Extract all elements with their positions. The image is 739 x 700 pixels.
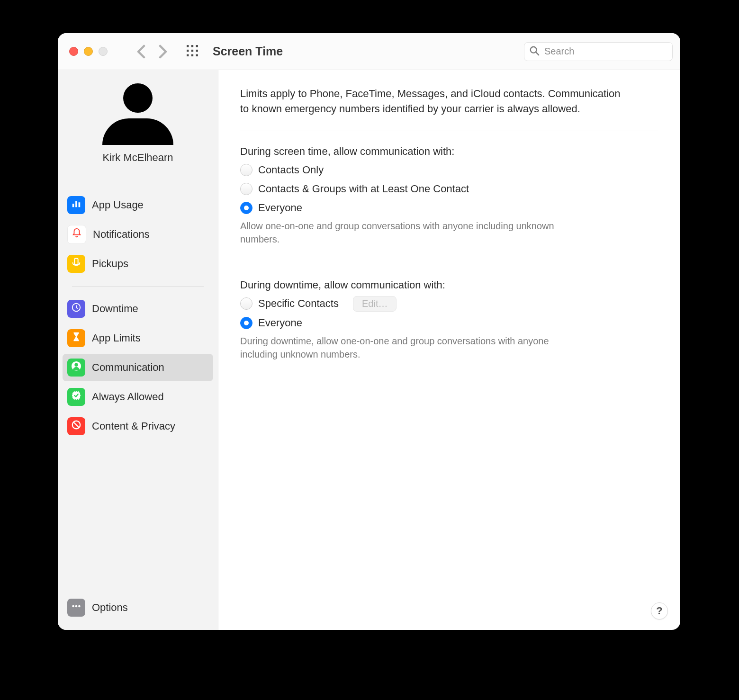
- dots-icon: [71, 601, 81, 614]
- radio-button[interactable]: [240, 297, 252, 310]
- window-controls: [69, 47, 108, 56]
- sidebar-item-label: Downtime: [92, 303, 138, 315]
- back-button[interactable]: [137, 45, 145, 59]
- edit-contacts-button[interactable]: Edit…: [353, 296, 397, 312]
- sidebar-item-label: Notifications: [93, 228, 150, 241]
- search-input[interactable]: [543, 45, 667, 57]
- svg-rect-0: [187, 45, 189, 47]
- svg-rect-8: [196, 54, 198, 56]
- radio-label: Contacts Only: [258, 164, 324, 176]
- section2-title: During downtime, allow communication wit…: [240, 279, 658, 291]
- ban-icon: [71, 420, 81, 433]
- person-icon: [71, 361, 81, 374]
- svg-line-10: [536, 52, 539, 55]
- radio-button[interactable]: [240, 164, 252, 176]
- intro-text: Limits apply to Phone, FaceTime, Message…: [240, 86, 629, 117]
- content-area: Limits apply to Phone, FaceTime, Message…: [218, 70, 680, 630]
- sidebar-item-app-usage[interactable]: App Usage: [63, 191, 213, 219]
- sidebar-item-content-privacy[interactable]: Content & Privacy: [63, 413, 213, 440]
- radio-option[interactable]: Contacts & Groups with at Least One Cont…: [240, 181, 658, 197]
- svg-point-21: [75, 605, 78, 608]
- radio-option[interactable]: Specific ContactsEdit…: [240, 296, 658, 312]
- sidebar-item-always-allowed[interactable]: Always Allowed: [63, 383, 213, 411]
- sidebar-item-pickups[interactable]: Pickups: [63, 250, 213, 278]
- profile: Kirk McElhearn: [58, 83, 218, 164]
- svg-line-19: [74, 422, 79, 428]
- pickups-icon: [71, 257, 81, 270]
- radio-button[interactable]: [240, 183, 252, 195]
- section2-help: During downtime, allow one-on-one and gr…: [240, 334, 581, 361]
- svg-rect-11: [72, 204, 74, 207]
- radio-option[interactable]: Contacts Only: [240, 162, 658, 178]
- help-button[interactable]: ?: [651, 602, 668, 619]
- sidebar-item-app-limits[interactable]: App Limits: [63, 324, 213, 352]
- svg-point-17: [74, 363, 78, 367]
- sidebar-item-label: Always Allowed: [92, 391, 164, 403]
- sidebar-item-notifications[interactable]: Notifications: [63, 221, 213, 248]
- sidebar: Kirk McElhearn App UsageNotificationsPic…: [58, 70, 218, 630]
- sidebar-item-downtime[interactable]: Downtime: [63, 295, 213, 323]
- sidebar-item-label: Content & Privacy: [92, 420, 175, 432]
- svg-point-22: [78, 605, 81, 608]
- page-title: Screen Time: [213, 45, 283, 58]
- section1-help: Allow one-on-one and group conversations…: [240, 219, 581, 246]
- preferences-window: Screen Time Kirk McElhearn App UsageNoti…: [58, 33, 680, 630]
- sidebar-item-label: App Usage: [92, 199, 144, 211]
- profile-name: Kirk McElhearn: [102, 152, 173, 164]
- radio-label: Specific Contacts: [258, 297, 339, 310]
- titlebar: Screen Time: [58, 33, 680, 70]
- sidebar-item-label: Options: [92, 601, 128, 614]
- section1-radio-group: Contacts OnlyContacts & Groups with at L…: [240, 162, 658, 215]
- divider: [240, 131, 658, 131]
- radio-label: Everyone: [258, 317, 302, 329]
- svg-rect-7: [191, 54, 193, 56]
- sidebar-footer: Options: [58, 594, 218, 621]
- sidebar-item-label: App Limits: [92, 332, 141, 344]
- sidebar-divider: [72, 286, 204, 287]
- section2-radio-group: Specific ContactsEdit…Everyone: [240, 296, 658, 331]
- radio-label: Contacts & Groups with at Least One Cont…: [258, 183, 469, 195]
- minimize-window-button[interactable]: [84, 47, 93, 56]
- sidebar-item-label: Communication: [92, 361, 164, 374]
- sidebar-item-label: Pickups: [92, 258, 128, 270]
- radio-option[interactable]: Everyone: [240, 200, 658, 215]
- hourglass-icon: [71, 332, 81, 345]
- svg-rect-5: [196, 49, 198, 51]
- svg-rect-13: [79, 202, 81, 207]
- bell-icon: [72, 228, 82, 241]
- sidebar-nav: App UsageNotificationsPickupsDowntimeApp…: [58, 191, 218, 440]
- clock-icon: [71, 302, 81, 315]
- svg-rect-3: [187, 49, 189, 51]
- avatar-icon: [102, 83, 173, 145]
- svg-rect-14: [74, 259, 78, 265]
- svg-rect-4: [191, 49, 193, 51]
- svg-point-20: [72, 605, 74, 608]
- section1-title: During screen time, allow communication …: [240, 145, 658, 158]
- forward-button[interactable]: [159, 45, 167, 59]
- check-icon: [71, 390, 81, 404]
- radio-label: Everyone: [258, 202, 302, 214]
- search-field-container: [524, 42, 673, 61]
- svg-rect-1: [191, 45, 193, 47]
- sidebar-item-options[interactable]: Options: [63, 594, 213, 621]
- radio-button[interactable]: [240, 202, 252, 214]
- svg-rect-2: [196, 45, 198, 47]
- close-window-button[interactable]: [69, 47, 78, 56]
- radio-option[interactable]: Everyone: [240, 315, 658, 331]
- bar-icon: [71, 198, 81, 212]
- show-all-button[interactable]: [186, 45, 198, 59]
- svg-rect-12: [75, 201, 77, 207]
- nav-arrows: [137, 45, 167, 59]
- maximize-window-button[interactable]: [99, 47, 108, 56]
- search-icon: [529, 45, 540, 58]
- sidebar-item-communication[interactable]: Communication: [63, 354, 213, 381]
- radio-button[interactable]: [240, 317, 252, 329]
- svg-point-9: [531, 46, 537, 53]
- svg-rect-6: [187, 54, 189, 56]
